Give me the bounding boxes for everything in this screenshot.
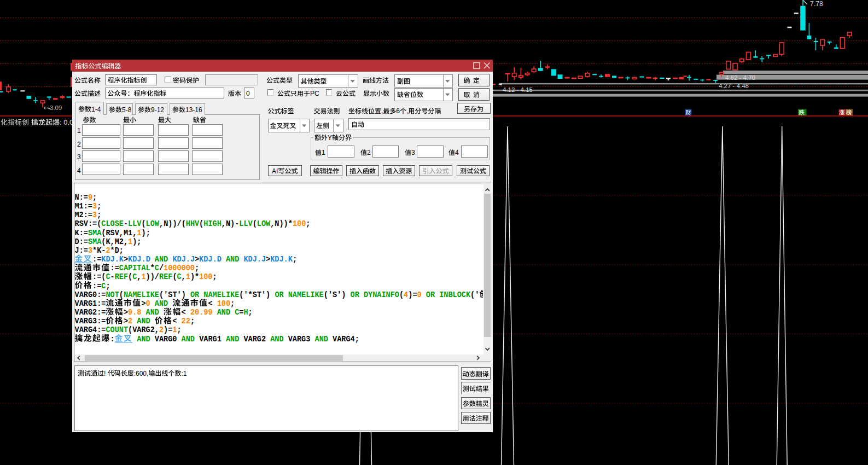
svg-text:LOW: LOW: [257, 219, 270, 229]
svg-text:HHV: HHV: [186, 219, 199, 229]
svg-text:;: ;: [306, 219, 310, 229]
svg-text:M1:=: M1:=: [75, 202, 93, 211]
svg-text:-: -: [124, 219, 128, 229]
svg-text:AND: AND: [226, 255, 239, 264]
svg-text:(': (': [470, 290, 479, 300]
svg-text:(: (: [199, 219, 203, 229]
svg-text:)=: )=: [408, 290, 417, 300]
svg-text:2: 2: [128, 317, 132, 326]
svg-text:INBLOCK: INBLOCK: [439, 290, 470, 300]
svg-text:20.99: 20.99: [190, 308, 213, 317]
svg-text:H: H: [243, 308, 248, 317]
svg-text:>: >: [266, 255, 270, 264]
svg-text:);: );: [142, 229, 150, 238]
svg-text:KDJ.K: KDJ.K: [270, 255, 293, 264]
svg-text:1: 1: [172, 326, 177, 335]
svg-text:>: >: [142, 299, 146, 309]
svg-text:<: <: [208, 299, 217, 309]
svg-text:VARG4;: VARG4;: [328, 335, 359, 344]
svg-text:NOT: NOT: [106, 290, 119, 300]
svg-text:4: 4: [404, 290, 408, 300]
svg-text:VARG0: VARG0: [150, 335, 182, 344]
svg-text:1-4: 1-4: [91, 106, 101, 113]
svg-text:AND: AND: [137, 317, 150, 326]
svg-text:REF: REF: [115, 272, 128, 282]
svg-text:13-16: 13-16: [185, 106, 202, 114]
svg-text:(VARG2,: (VARG2,: [128, 326, 159, 335]
svg-text:;: ;: [97, 211, 101, 220]
svg-text:9.8: 9.8: [128, 308, 141, 317]
svg-text:VARG3: VARG3: [284, 335, 315, 344]
svg-text:C: C: [106, 272, 110, 282]
svg-text:/: /: [159, 264, 164, 273]
svg-text:1: 1: [77, 127, 81, 135]
svg-text:)=: )=: [164, 326, 172, 335]
svg-text:0: 0: [417, 290, 422, 300]
svg-text:AND: AND: [155, 255, 168, 264]
svg-text:;: ;: [177, 326, 182, 335]
svg-text:;: ;: [293, 255, 297, 264]
svg-text:*: *: [150, 264, 155, 273]
svg-text:2: 2: [106, 246, 110, 255]
svg-text:*D;: *D;: [110, 246, 124, 255]
svg-text:;: ;: [213, 272, 217, 282]
svg-text:5-8: 5-8: [122, 106, 132, 114]
svg-text:4: 4: [455, 149, 459, 156]
svg-text:C: C: [101, 282, 106, 291]
svg-text:,N))*: ,N))*: [270, 219, 293, 229]
svg-text::=(: :=(: [92, 272, 106, 282]
svg-text:KDJ.K: KDJ.K: [101, 255, 124, 264]
svg-text:2: 2: [159, 326, 164, 335]
svg-text:>: >: [124, 317, 128, 326]
svg-text:AND: AND: [315, 335, 328, 344]
svg-text:<: <: [172, 317, 181, 326]
svg-text:AND: AND: [217, 308, 230, 317]
svg-text:(: (: [399, 290, 404, 300]
svg-text:>: >: [124, 308, 128, 317]
svg-text::: :: [110, 335, 115, 344]
svg-text:KDJ.J: KDJ.J: [172, 255, 195, 264]
svg-text:3: 3: [88, 246, 92, 255]
svg-text:=: =: [239, 308, 243, 317]
svg-text::=: :=: [92, 255, 101, 264]
svg-text:RSV:=(: RSV:=(: [75, 219, 102, 229]
svg-text:<: <: [182, 308, 190, 317]
svg-text:;: ;: [190, 317, 195, 326]
svg-text:,: ,: [182, 272, 186, 282]
svg-text:;: ;: [248, 308, 253, 317]
svg-text:OR: OR: [426, 290, 435, 300]
svg-text:Y: Y: [328, 134, 332, 142]
svg-text:(RSV,M1,: (RSV,M1,: [101, 229, 137, 238]
svg-text:3: 3: [92, 211, 97, 220]
svg-text:(: (: [172, 272, 177, 282]
svg-text:;: ;: [106, 282, 110, 291]
svg-text:REF: REF: [159, 272, 172, 282]
svg-text::=: :=: [92, 282, 101, 291]
svg-text:LLV: LLV: [239, 219, 252, 229]
svg-text:AND: AND: [270, 335, 283, 344]
svg-text:('*ST'): ('*ST'): [239, 290, 275, 300]
svg-text:1: 1: [137, 229, 141, 238]
svg-text:100: 100: [217, 299, 230, 309]
svg-text:,: ,: [406, 107, 408, 115]
svg-text:;: ;: [97, 202, 101, 211]
svg-text:,N))/(: ,N))/(: [159, 219, 186, 229]
svg-text:;: ;: [92, 193, 97, 202]
svg-text:1: 1: [142, 272, 146, 282]
svg-text:NAMELIKE: NAMELIKE: [203, 290, 239, 300]
svg-text:OR: OR: [275, 290, 283, 300]
svg-text:AND: AND: [182, 335, 195, 344]
svg-text:*K-: *K-: [92, 246, 106, 255]
svg-text:(: (: [253, 219, 257, 229]
svg-text:6: 6: [396, 107, 400, 115]
svg-text:,: ,: [137, 272, 141, 282]
svg-text:9: 9: [88, 193, 92, 202]
svg-text:!: !: [104, 370, 108, 377]
svg-text:VARG1:=: VARG1:=: [75, 299, 106, 309]
svg-text:SMA: SMA: [88, 237, 101, 247]
svg-text:(: (: [128, 272, 132, 282]
svg-text:COUNT: COUNT: [106, 326, 128, 335]
svg-text:100: 100: [293, 219, 306, 229]
svg-text:2: 2: [77, 141, 81, 148]
svg-text:C: C: [235, 308, 239, 317]
